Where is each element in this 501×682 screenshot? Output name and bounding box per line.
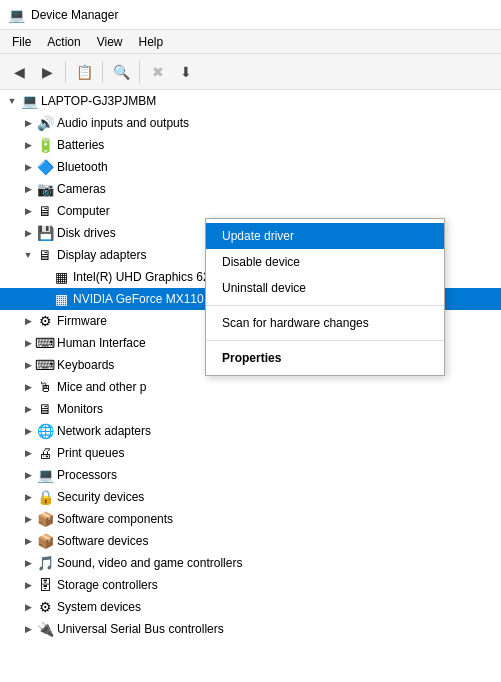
sound-icon: 🎵 (36, 554, 54, 572)
tree-label-softdev: Software devices (57, 534, 148, 548)
expander-processors[interactable] (20, 467, 36, 483)
tree-item-monitors[interactable]: 🖥Monitors (0, 398, 501, 420)
print-icon: 🖨 (36, 444, 54, 462)
mouse-icon: 🖱 (36, 378, 54, 396)
expander-monitors[interactable] (20, 401, 36, 417)
toolbar: ◀ ▶ 📋 🔍 ✖ ⬇ (0, 54, 501, 90)
tree-item-audio[interactable]: 🔊Audio inputs and outputs (0, 112, 501, 134)
monitor-icon: 🖥 (36, 400, 54, 418)
network-icon: 🌐 (36, 422, 54, 440)
update-button[interactable]: ⬇ (173, 59, 199, 85)
device-tree: 💻LAPTOP-GJ3PJMBM🔊Audio inputs and output… (0, 90, 501, 682)
camera-icon: 📷 (36, 180, 54, 198)
hid-icon: ⌨ (36, 334, 54, 352)
expander-bluetooth[interactable] (20, 159, 36, 175)
tree-item-mice[interactable]: 🖱Mice and other p (0, 376, 501, 398)
tree-label-security: Security devices (57, 490, 144, 504)
tree-label-computer: Computer (57, 204, 110, 218)
expander-nvidia[interactable] (36, 291, 52, 307)
toolbar-separator-1 (65, 61, 66, 83)
back-button[interactable]: ◀ (6, 59, 32, 85)
expander-mice[interactable] (20, 379, 36, 395)
expander-computer[interactable] (20, 203, 36, 219)
expander-softdev[interactable] (20, 533, 36, 549)
tree-label-nvidia: NVIDIA GeForce MX110 (73, 292, 204, 306)
app-icon: 💻 (8, 7, 25, 23)
laptop-icon: 💻 (20, 92, 38, 110)
ctx-item-properties[interactable]: Properties (206, 345, 444, 371)
expander-sysdev[interactable] (20, 599, 36, 615)
tree-label-firmware: Firmware (57, 314, 107, 328)
software-icon: 📦 (36, 532, 54, 550)
chip-icon: ▦ (52, 290, 70, 308)
tree-item-sysdev[interactable]: ⚙System devices (0, 596, 501, 618)
expander-firmware[interactable] (20, 313, 36, 329)
tree-label-hid: Human Interface (57, 336, 146, 350)
tree-item-batteries[interactable]: 🔋Batteries (0, 134, 501, 156)
ctx-item-scan-hardware[interactable]: Scan for hardware changes (206, 310, 444, 336)
expander-display[interactable] (20, 247, 36, 263)
audio-icon: 🔊 (36, 114, 54, 132)
tree-item-laptop[interactable]: 💻LAPTOP-GJ3PJMBM (0, 90, 501, 112)
expander-cameras[interactable] (20, 181, 36, 197)
tree-item-processors[interactable]: 💻Processors (0, 464, 501, 486)
expander-sound[interactable] (20, 555, 36, 571)
tree-label-monitors: Monitors (57, 402, 103, 416)
tree-label-keyboards: Keyboards (57, 358, 114, 372)
tree-item-storage[interactable]: 🗄Storage controllers (0, 574, 501, 596)
menu-bar: File Action View Help (0, 30, 501, 54)
expander-network[interactable] (20, 423, 36, 439)
tree-label-processors: Processors (57, 468, 117, 482)
battery-icon: 🔋 (36, 136, 54, 154)
ctx-item-uninstall-device[interactable]: Uninstall device (206, 275, 444, 301)
tree-label-display: Display adapters (57, 248, 146, 262)
expander-intel[interactable] (36, 269, 52, 285)
expander-audio[interactable] (20, 115, 36, 131)
scan-button[interactable]: 🔍 (108, 59, 134, 85)
menu-file[interactable]: File (4, 33, 39, 51)
ctx-item-disable-device[interactable]: Disable device (206, 249, 444, 275)
tree-item-print[interactable]: 🖨Print queues (0, 442, 501, 464)
tree-label-usb: Universal Serial Bus controllers (57, 622, 224, 636)
ctx-separator (206, 340, 444, 341)
context-menu: Update driverDisable deviceUninstall dev… (205, 218, 445, 376)
bluetooth-icon: 🔷 (36, 158, 54, 176)
tree-label-mice: Mice and other p (57, 380, 146, 394)
expander-disk[interactable] (20, 225, 36, 241)
tree-label-laptop: LAPTOP-GJ3PJMBM (41, 94, 156, 108)
tree-item-network[interactable]: 🌐Network adapters (0, 420, 501, 442)
expander-storage[interactable] (20, 577, 36, 593)
sysdev-icon: ⚙ (36, 598, 54, 616)
tree-item-softcomp[interactable]: 📦Software components (0, 508, 501, 530)
menu-help[interactable]: Help (131, 33, 172, 51)
tree-label-bluetooth: Bluetooth (57, 160, 108, 174)
toolbar-separator-3 (139, 61, 140, 83)
expander-laptop[interactable] (4, 93, 20, 109)
expander-batteries[interactable] (20, 137, 36, 153)
tree-item-usb[interactable]: 🔌Universal Serial Bus controllers (0, 618, 501, 640)
tree-label-sound: Sound, video and game controllers (57, 556, 242, 570)
expander-print[interactable] (20, 445, 36, 461)
expander-hid[interactable] (20, 335, 36, 351)
tree-item-cameras[interactable]: 📷Cameras (0, 178, 501, 200)
disk-icon: 💾 (36, 224, 54, 242)
tree-item-bluetooth[interactable]: 🔷Bluetooth (0, 156, 501, 178)
tree-label-audio: Audio inputs and outputs (57, 116, 189, 130)
expander-softcomp[interactable] (20, 511, 36, 527)
menu-view[interactable]: View (89, 33, 131, 51)
expander-keyboards[interactable] (20, 357, 36, 373)
expander-usb[interactable] (20, 621, 36, 637)
tree-item-sound[interactable]: 🎵Sound, video and game controllers (0, 552, 501, 574)
software-icon: 📦 (36, 510, 54, 528)
properties-button[interactable]: 📋 (71, 59, 97, 85)
tree-label-storage: Storage controllers (57, 578, 158, 592)
menu-action[interactable]: Action (39, 33, 88, 51)
remove-button[interactable]: ✖ (145, 59, 171, 85)
tree-item-security[interactable]: 🔒Security devices (0, 486, 501, 508)
chip-icon: ▦ (52, 268, 70, 286)
ctx-item-update-driver[interactable]: Update driver (206, 223, 444, 249)
expander-security[interactable] (20, 489, 36, 505)
cpu-icon: 💻 (36, 466, 54, 484)
forward-button[interactable]: ▶ (34, 59, 60, 85)
tree-item-softdev[interactable]: 📦Software devices (0, 530, 501, 552)
